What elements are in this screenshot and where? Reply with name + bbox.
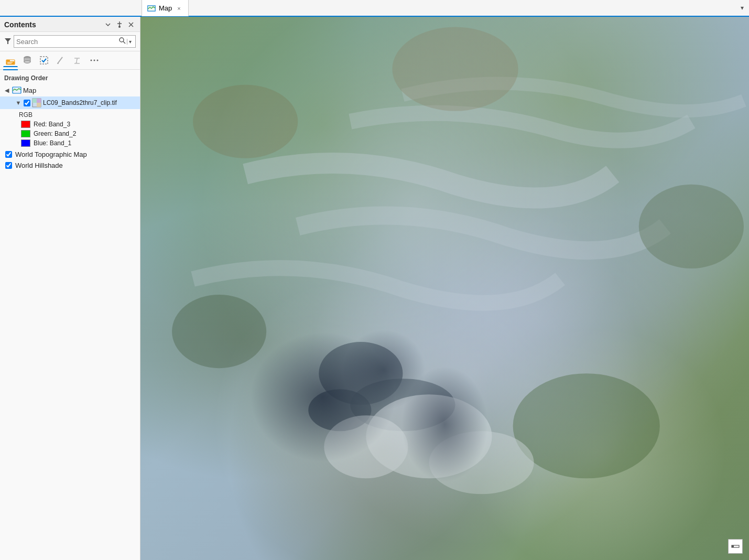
map-expand-arrow[interactable]: ◀ bbox=[3, 87, 10, 94]
contents-panel: Contents bbox=[0, 17, 140, 560]
layer-list: Drawing Order ◀ Map ▼ bbox=[0, 70, 140, 560]
world-hillshade-label: World Hillshade bbox=[15, 161, 63, 169]
toolbar-row: I bbox=[0, 51, 140, 70]
map-layer-item[interactable]: ◀ Map bbox=[0, 84, 140, 96]
contents-header: Contents bbox=[0, 17, 140, 32]
svg-point-40 bbox=[193, 85, 298, 158]
band-row-blue: Blue: Band_1 bbox=[19, 138, 136, 148]
list-by-selection-button[interactable] bbox=[37, 53, 51, 67]
red-band-label: Red: Band_3 bbox=[34, 121, 70, 128]
svg-rect-31 bbox=[37, 103, 41, 107]
list-by-labeling-button[interactable]: I bbox=[70, 53, 85, 67]
svg-rect-18 bbox=[40, 57, 48, 64]
world-topo-item[interactable]: World Topographic Map bbox=[0, 149, 140, 160]
world-hillshade-checkbox[interactable] bbox=[5, 162, 12, 169]
raster-expand-arrow[interactable]: ▼ bbox=[15, 100, 22, 106]
svg-rect-45 bbox=[732, 545, 734, 547]
map-terrain-overlay bbox=[140, 17, 749, 560]
svg-point-26 bbox=[94, 60, 95, 61]
red-swatch bbox=[21, 121, 30, 128]
raster-layer-item[interactable]: ▼ LC09_Bands2thru7_clip.tif bbox=[0, 96, 140, 109]
svg-rect-32 bbox=[37, 99, 41, 103]
raster-layer-name: LC09_Bands2thru7_clip.tif bbox=[43, 99, 117, 106]
scale-button[interactable] bbox=[728, 539, 743, 554]
world-topo-label: World Topographic Map bbox=[15, 150, 87, 158]
svg-line-19 bbox=[58, 57, 62, 63]
map-layer-icon bbox=[12, 85, 21, 95]
green-swatch bbox=[21, 130, 30, 137]
green-band-label: Green: Band_2 bbox=[34, 130, 76, 137]
contents-close-icon[interactable] bbox=[126, 20, 136, 29]
blue-band-label: Blue: Band_1 bbox=[34, 139, 71, 147]
search-bar: ▾ bbox=[0, 32, 140, 51]
contents-dropdown-icon[interactable] bbox=[103, 20, 113, 29]
svg-point-3 bbox=[118, 26, 121, 28]
svg-point-17 bbox=[24, 61, 30, 63]
svg-point-27 bbox=[97, 60, 99, 61]
contents-pin-icon[interactable] bbox=[115, 20, 124, 29]
svg-point-25 bbox=[91, 60, 92, 61]
more-options-button[interactable] bbox=[87, 53, 102, 67]
search-button[interactable] bbox=[118, 37, 127, 46]
map-viewport[interactable] bbox=[140, 17, 749, 560]
raster-checkbox[interactable] bbox=[24, 100, 30, 106]
filter-icon[interactable] bbox=[4, 37, 12, 46]
map-tab[interactable]: Map × bbox=[142, 0, 189, 16]
list-by-editing-button[interactable] bbox=[53, 53, 68, 67]
map-canvas bbox=[140, 17, 749, 560]
tab-bar: Map × ▾ bbox=[0, 0, 749, 17]
svg-point-42 bbox=[324, 415, 408, 478]
svg-point-39 bbox=[392, 27, 518, 111]
map-controls bbox=[728, 539, 743, 554]
search-dropdown-button[interactable]: ▾ bbox=[127, 39, 133, 45]
svg-rect-10 bbox=[6, 61, 15, 64]
list-by-drawing-order-button[interactable] bbox=[3, 53, 18, 67]
search-input[interactable] bbox=[16, 38, 118, 46]
main-layout: Contents bbox=[0, 17, 749, 560]
blue-swatch bbox=[21, 139, 30, 147]
contents-title: Contents bbox=[4, 20, 101, 29]
map-layer-name: Map bbox=[23, 87, 36, 94]
svg-line-9 bbox=[123, 41, 125, 44]
svg-marker-7 bbox=[5, 38, 11, 44]
svg-point-38 bbox=[639, 185, 744, 268]
band-row-red: Red: Band_3 bbox=[19, 120, 136, 129]
band-row-green: Green: Band_2 bbox=[19, 129, 136, 138]
tab-overflow-dropdown[interactable]: ▾ bbox=[737, 4, 747, 12]
svg-point-37 bbox=[172, 295, 266, 368]
search-input-wrapper: ▾ bbox=[14, 35, 136, 48]
svg-point-8 bbox=[120, 38, 124, 42]
rgb-label: RGB bbox=[19, 110, 136, 120]
raster-layer-icon bbox=[32, 98, 41, 107]
svg-point-36 bbox=[513, 373, 660, 478]
rgb-section: RGB Red: Band_3 Green: Band_2 Blue: Band… bbox=[0, 109, 140, 149]
list-by-data-source-button[interactable] bbox=[20, 53, 35, 67]
svg-point-43 bbox=[429, 431, 534, 494]
svg-rect-30 bbox=[32, 99, 37, 103]
drawing-order-label: Drawing Order bbox=[0, 72, 140, 84]
tab-close-button[interactable]: × bbox=[175, 4, 182, 13]
map-tab-icon bbox=[147, 4, 156, 13]
world-hillshade-item[interactable]: World Hillshade bbox=[0, 160, 140, 171]
map-tab-label: Map bbox=[159, 4, 172, 12]
world-topo-checkbox[interactable] bbox=[5, 151, 12, 158]
